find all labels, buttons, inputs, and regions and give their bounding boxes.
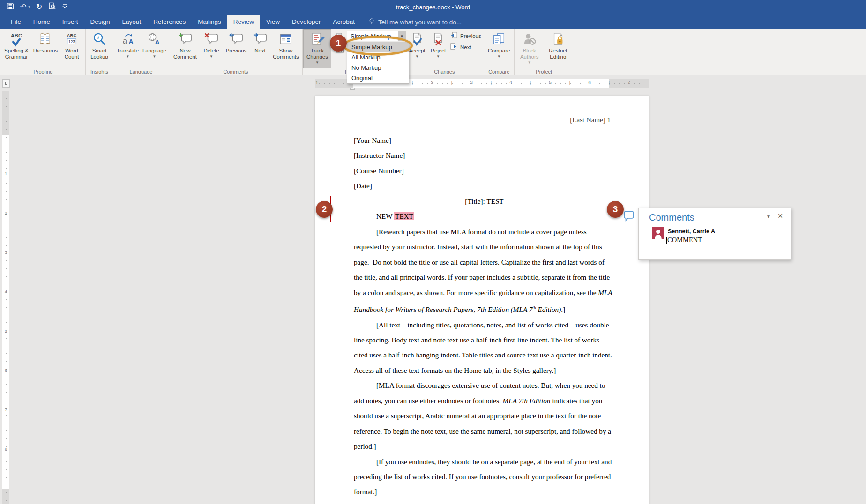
annotation-step-1: 1 [330,35,347,52]
comment-author-avatar [652,227,664,239]
group-label-comments: Comments [169,69,302,74]
ruler-mark: 2 [2,211,9,215]
tab-mailings[interactable]: Mailings [192,15,227,29]
tab-file[interactable]: File [5,15,27,29]
menu-item-no-markup[interactable]: No Markup [347,63,409,73]
tab-acrobat[interactable]: Acrobat [327,15,361,29]
title-bar: ↶ ▾ ↻ track_changes.docx - Word [0,0,866,15]
tab-developer[interactable]: Developer [286,15,327,29]
restrict-editing-button[interactable]: Restrict Editing [544,30,573,68]
group-language: aA Translate ▼ A Language ▼ Language [113,29,169,75]
undo-dropdown-icon[interactable]: ▾ [28,5,30,9]
svg-text:123: 123 [68,39,75,44]
previous-comment-icon [229,30,244,48]
tab-stop-selector[interactable] [2,79,10,88]
ruler-mark: | [530,81,531,85]
thesaurus-icon [38,30,52,48]
tab-view[interactable]: View [260,15,286,29]
comments-pane-close-icon[interactable]: ✕ [777,212,783,220]
previous-change-button[interactable]: Previous [448,31,483,41]
comment-author-name: Sennett, Carrie A [668,228,715,235]
group-label-changes: Changes [405,69,484,74]
paragraph-3: [MLA format discourages extensive use of… [354,378,615,454]
reject-button[interactable]: Reject ▼ [428,30,448,68]
delete-comment-icon [204,30,219,48]
undo-icon[interactable]: ↶ [20,2,26,12]
tab-review[interactable]: Review [227,15,260,29]
group-label-insights: Insights [86,69,113,74]
tab-references[interactable]: References [147,15,192,29]
save-icon[interactable] [7,2,14,12]
block-authors-icon [523,30,537,48]
redo-icon[interactable]: ↻ [36,2,42,12]
new-comment-button[interactable]: New Comment [170,30,200,68]
compare-button[interactable]: Compare ▼ [485,30,513,68]
svg-text:A: A [155,38,159,46]
ruler-mark: | [609,81,610,85]
ruler-mark: | [451,81,452,85]
smart-lookup-icon: i [92,30,106,48]
smart-lookup-button[interactable]: i Smart Lookup [87,30,112,68]
page-header-text: [Last Name] 1 [570,116,611,124]
word-count-button[interactable]: ABC123 Word Count [59,30,84,68]
changes-nav-column: Previous Next [448,30,483,52]
paragraph-1: [Research papers that use MLA format do … [354,224,615,318]
info-line-date: [Date] [354,178,615,193]
compare-icon [492,30,506,48]
document-page[interactable]: [Last Name] 1 [Your Name] [Instructor Na… [315,96,649,504]
comments-pane-dropdown-icon[interactable]: ▼ [766,214,771,219]
next-change-icon [450,43,458,52]
delete-comment-dropdown-icon: ▼ [209,54,213,59]
ruler-mark: 1 [2,171,9,176]
tab-home[interactable]: Home [27,15,56,29]
tab-layout[interactable]: Layout [116,15,148,29]
group-comments: New Comment Delete ▼ Previous Next Show … [169,29,303,75]
thesaurus-button[interactable]: Thesaurus [31,30,59,68]
accept-dropdown-icon: ▼ [415,54,419,59]
tell-me-box[interactable]: Tell me what you want to do... [368,15,462,29]
ruler-mark: 3 [470,80,473,85]
group-insights: i Smart Lookup Insights [86,29,113,75]
quick-access-toolbar: ↶ ▾ ↻ [7,2,67,12]
group-label-protect: Protect [515,69,574,74]
print-preview-icon[interactable] [48,2,56,12]
track-changes-button[interactable]: Track Changes ▼ [304,30,331,68]
show-comments-button[interactable]: Show Comments [270,30,301,68]
info-line-your-name: [Your Name] [354,133,615,148]
menu-item-original[interactable]: Original [347,73,409,83]
vertical-ruler[interactable]: 12345678 [2,91,9,504]
ruler-mark: 6 [588,80,591,85]
new-comment-icon [178,30,193,48]
comment-bubble-icon[interactable] [623,211,635,224]
language-dropdown-icon: ▼ [153,54,157,59]
spelling-grammar-icon: ABC [9,30,24,48]
customize-qat-icon[interactable] [62,3,67,11]
track-changes-dropdown-icon: ▼ [315,60,319,65]
previous-change-icon [450,31,458,40]
tab-design[interactable]: Design [84,15,116,29]
group-changes: Accept ▼ Reject ▼ Previous Next Changes [405,29,484,75]
translate-button[interactable]: aA Translate ▼ [114,30,141,68]
paragraph-4: [If you use endnotes, they should be on … [354,454,615,500]
annotation-step-2: 2 [316,201,333,218]
previous-comment-button[interactable]: Previous [223,30,250,68]
lightbulb-icon [368,18,375,26]
annotation-step-3: 3 [607,201,624,218]
group-proofing: ABC Spelling & Grammar Thesaurus ABC123 … [1,29,86,75]
next-change-button[interactable]: Next [448,42,483,52]
comment-body[interactable]: COMMENT [666,236,702,244]
document-title-line: [Title]: TEST [354,194,615,209]
block-authors-button: Block Authors ▼ [515,30,544,68]
delete-comment-button[interactable]: Delete ▼ [200,30,223,68]
text-cursor [666,237,667,244]
tab-insert[interactable]: Insert [56,15,84,29]
svg-text:a: a [122,37,127,45]
document-body[interactable]: [Your Name] [Instructor Name] [Course Nu… [354,133,615,500]
ruler-mark: | [569,81,570,85]
translate-dropdown-icon: ▼ [126,54,130,59]
spelling-grammar-button[interactable]: ABC Spelling & Grammar [2,30,31,68]
language-button[interactable]: A Language ▼ [141,30,168,68]
word-window: ↶ ▾ ↻ track_changes.docx - Word File Hom… [0,0,866,504]
next-comment-button[interactable]: Next [250,30,270,68]
svg-text:ABC: ABC [67,33,77,38]
